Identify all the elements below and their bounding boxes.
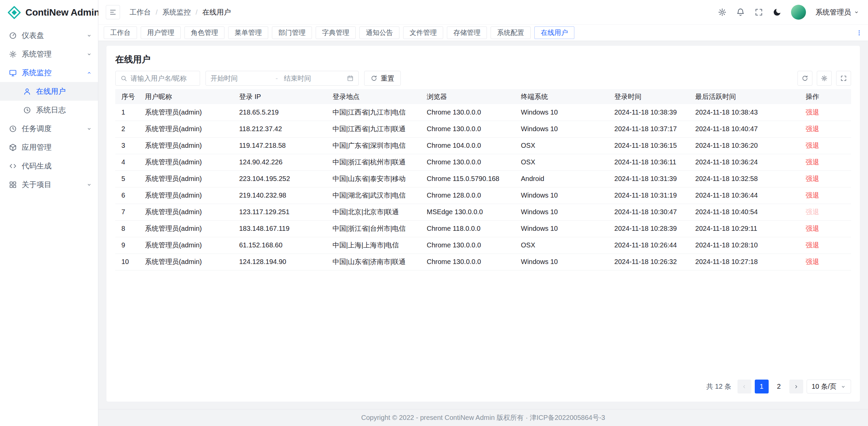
cell-nickname: 系统管理员(admin): [139, 121, 233, 137]
page-size-select[interactable]: 10 条/页: [807, 380, 851, 393]
sidebar-subitem-label: 在线用户: [36, 86, 92, 97]
cell-ip: 61.152.168.60: [233, 237, 327, 253]
force-logout-link[interactable]: 强退: [806, 225, 819, 232]
tab-item[interactable]: 系统配置: [491, 26, 531, 39]
settings-button[interactable]: [718, 8, 727, 17]
cell-nickname: 系统管理员(admin): [139, 170, 233, 187]
cell-last_active: 2024-11-18 10:40:47: [689, 121, 800, 137]
tab-item[interactable]: 部门管理: [272, 26, 312, 39]
sidebar-item[interactable]: 代码生成: [0, 157, 98, 175]
tab-item[interactable]: 菜单管理: [228, 26, 268, 39]
chevron-up-icon: [86, 70, 92, 76]
force-logout-link[interactable]: 强退: [806, 175, 819, 182]
cell-login_time: 2024-11-18 10:36:15: [608, 137, 689, 154]
force-logout-link[interactable]: 强退: [806, 125, 819, 133]
tab-item[interactable]: 用户管理: [141, 26, 181, 39]
pagination-next-button[interactable]: [789, 380, 803, 393]
dashboard-icon: [9, 32, 17, 40]
column-settings-button[interactable]: [817, 71, 832, 86]
cell-os: Windows 10: [515, 187, 608, 204]
force-logout-link[interactable]: 强退: [806, 258, 819, 265]
sidebar-menu: 仪表盘系统管理系统监控在线用户系统日志任务调度应用管理代码生成关于项目: [0, 25, 98, 426]
sidebar-collapse-button[interactable]: [106, 5, 120, 19]
sidebar-subitem[interactable]: 在线用户: [0, 82, 98, 101]
sidebar-item[interactable]: 系统监控: [0, 63, 98, 82]
force-logout-link[interactable]: 强退: [806, 241, 819, 249]
grid-icon: [9, 181, 17, 189]
cell-os: Windows 10: [515, 204, 608, 220]
cell-os: Windows 10: [515, 220, 608, 237]
cell-nickname: 系统管理员(admin): [139, 154, 233, 170]
tab-item[interactable]: 字典管理: [316, 26, 356, 39]
cell-last_active: 2024-11-18 10:29:11: [689, 220, 800, 237]
code-icon: [9, 162, 17, 170]
more-vertical-icon: [856, 29, 863, 36]
cell-action: 强退: [800, 237, 851, 253]
chevron-down-icon: [86, 126, 92, 131]
force-logout-link[interactable]: 强退: [806, 191, 819, 199]
tab-item[interactable]: 角色管理: [184, 26, 224, 39]
tab-item[interactable]: 存储管理: [447, 26, 487, 39]
cell-location: 中国|浙江省|台州市|电信: [327, 220, 421, 237]
sidebar-item[interactable]: 仪表盘: [0, 26, 98, 45]
cell-last_active: 2024-11-18 10:36:20: [689, 137, 800, 154]
force-logout-link[interactable]: 强退: [806, 158, 819, 166]
pagination-page-button[interactable]: 2: [772, 380, 786, 393]
tab-item[interactable]: 在线用户: [534, 26, 574, 39]
breadcrumb-item: 在线用户: [202, 7, 231, 17]
table-fullscreen-button[interactable]: [836, 71, 851, 86]
avatar[interactable]: [791, 5, 806, 20]
breadcrumb-item[interactable]: 工作台: [130, 7, 151, 17]
column-header: 操作: [800, 89, 851, 104]
date-start-placeholder: 开始时间: [211, 74, 274, 83]
bell-icon: [736, 8, 745, 17]
pagination-prev-button[interactable]: [737, 380, 751, 393]
refresh-table-button[interactable]: [797, 71, 812, 86]
breadcrumb: 工作台/系统监控/在线用户: [130, 7, 231, 17]
cell-login_time: 2024-11-18 10:30:47: [608, 204, 689, 220]
gear-icon: [821, 75, 828, 82]
tab-item[interactable]: 通知公告: [359, 26, 399, 39]
sidebar-item-label: 系统管理: [22, 49, 82, 59]
date-range-picker[interactable]: 开始时间 - 结束时间: [205, 71, 359, 86]
sidebar-item-label: 关于项目: [22, 180, 82, 190]
table-row: 7系统管理员(admin)123.117.129.251中国|北京|北京市|联通…: [115, 204, 851, 220]
pagination-page-button[interactable]: 1: [755, 380, 769, 393]
tabbar: 工作台用户管理角色管理菜单管理部门管理字典管理通知公告文件管理存储管理系统配置在…: [98, 25, 868, 41]
sidebar-item-label: 任务调度: [22, 124, 82, 134]
notifications-button[interactable]: [736, 8, 745, 17]
cell-login_time: 2024-11-18 10:26:44: [608, 237, 689, 253]
user-menu[interactable]: 系统管理员: [815, 7, 859, 17]
sidebar-item-label: 仪表盘: [22, 31, 82, 41]
table-row: 1系统管理员(admin)218.65.5.219中国|江西省|九江市|电信Ch…: [115, 104, 851, 121]
tab-item[interactable]: 工作台: [104, 26, 137, 39]
cell-no: 7: [115, 204, 139, 220]
sidebar-item[interactable]: 应用管理: [0, 138, 98, 157]
column-header: 终端系统: [515, 89, 608, 104]
breadcrumb-item[interactable]: 系统监控: [162, 7, 191, 17]
force-logout-link[interactable]: 强退: [806, 142, 819, 149]
column-header: 用户昵称: [139, 89, 233, 104]
column-header: 登录时间: [608, 89, 689, 104]
reset-button[interactable]: 重置: [364, 71, 401, 86]
cell-login_time: 2024-11-18 10:37:17: [608, 121, 689, 137]
sidebar-subitem[interactable]: 系统日志: [0, 101, 98, 119]
cell-nickname: 系统管理员(admin): [139, 187, 233, 204]
table-row: 10系统管理员(admin)124.128.194.90中国|山东省|济南市|联…: [115, 253, 851, 270]
sidebar-item-label: 系统监控: [22, 68, 82, 78]
sidebar-item[interactable]: 关于项目: [0, 175, 98, 194]
breadcrumb-separator: /: [196, 8, 198, 16]
tab-item[interactable]: 文件管理: [403, 26, 443, 39]
sidebar-item[interactable]: 系统管理: [0, 45, 98, 63]
tab-more-button[interactable]: [856, 29, 863, 36]
username: 系统管理员: [815, 7, 851, 17]
dark-mode-toggle[interactable]: [773, 8, 782, 17]
sidebar-item[interactable]: 任务调度: [0, 119, 98, 138]
search-input[interactable]: [131, 75, 195, 82]
table-row: 4系统管理员(admin)124.90.42.226中国|浙江省|杭州市|联通C…: [115, 154, 851, 170]
cell-nickname: 系统管理员(admin): [139, 220, 233, 237]
fullscreen-button[interactable]: [754, 8, 763, 17]
cell-action: 强退: [800, 204, 851, 220]
force-logout-link[interactable]: 强退: [806, 108, 819, 116]
cell-browser: Chrome 115.0.5790.168: [421, 170, 515, 187]
